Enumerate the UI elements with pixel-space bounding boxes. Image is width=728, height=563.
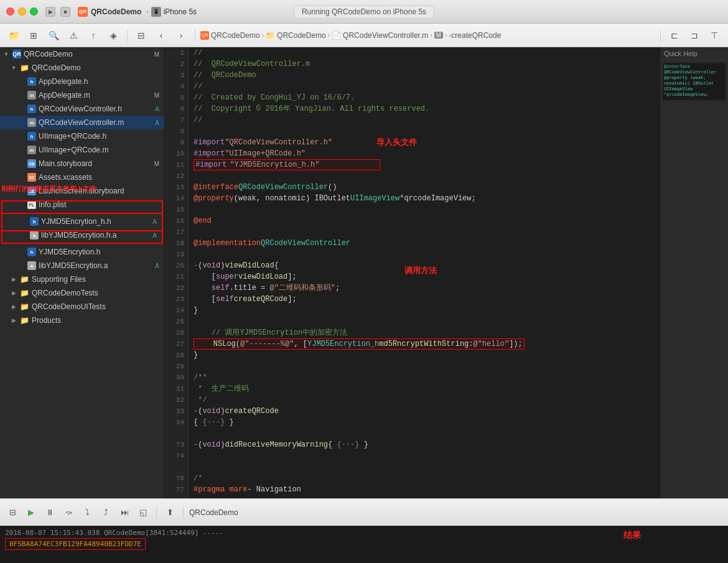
label-libjmd5-a: libYJMD5Encrytion.a (39, 261, 152, 270)
code-line-24: } (194, 305, 655, 316)
code-line-17 (194, 226, 655, 238)
ln-17: 17 (169, 226, 184, 238)
scm-button[interactable]: ↑ (85, 27, 102, 44)
sidebar-item-qrvc-m[interactable]: m QRCodeViewController.m A (0, 116, 164, 129)
sidebar-item-mainstoryboard[interactable]: SB Main.storyboard M (0, 157, 164, 170)
folder-button[interactable]: 📁 (5, 27, 22, 44)
sidebar-item-yjmd5-h[interactable]: h YJMD5Encrytion_h.h A (2, 215, 162, 228)
sidebar-item-uiimage-h[interactable]: h UIImage+QRCode.h (0, 129, 164, 143)
simulate-button[interactable]: ◱ (136, 505, 151, 520)
sidebar-item-tests[interactable]: ▶ 📁 QRCodeDemoTests (0, 286, 164, 300)
label-infoplist: Info.plist (39, 200, 162, 209)
sidebar-item-yjmd5-h2[interactable]: h YJMD5Encrytion.h (0, 245, 164, 259)
sidebar-item-uiimage-m[interactable]: m UIImage+QRCode.m (0, 143, 164, 157)
file-navigator: 刚刚打的的静态库文件和.h文件 ▼ QR QRCodeDemo M ▼ 📁 QR… (0, 47, 165, 498)
ln-23: 23 (169, 294, 184, 305)
share-button[interactable]: ⬆ (162, 505, 177, 520)
code-content-area[interactable]: 1 2 3 4 5 6 7 8 9 10 11 12 13 14 15 16 1 (165, 47, 660, 498)
search-button[interactable]: 🔍 (45, 27, 62, 44)
sidebar-item-appdelegate-m[interactable]: m AppDelegate.m M (0, 88, 164, 102)
bc-project-label: QRCodeDemo (211, 31, 260, 40)
step-out-button[interactable]: ⤴ (98, 505, 113, 520)
run-debug-button[interactable]: ▶ (24, 505, 39, 520)
disc-empty-14 (17, 262, 25, 269)
sidebar-item-infoplist[interactable]: PL Info.plist (0, 198, 164, 212)
app-icon: QR (78, 7, 88, 17)
pause-button[interactable]: ⏸ (42, 505, 57, 520)
sidebar-item-products[interactable]: ▶ 📁 Products (0, 314, 164, 327)
ln-11: 11 (169, 159, 184, 170)
layout-button[interactable]: ⊟ (133, 27, 150, 44)
device-selector[interactable]: › 📱 iPhone 5s (146, 7, 197, 17)
sidebar-item-root[interactable]: ▼ QR QRCodeDemo M (0, 47, 164, 61)
breakpoint-button[interactable]: ◈ (105, 27, 122, 44)
debug-area-button[interactable]: ⊟ (5, 505, 20, 520)
sidebar-item-supporting[interactable]: ▶ 📁 Supporting Files (0, 272, 164, 286)
sidebar-item-launch[interactable]: SB LaunchScreen.storyboard (0, 184, 164, 198)
disc-empty-3 (17, 105, 25, 113)
run-button[interactable]: ▶ (45, 7, 55, 17)
run-status: Running QRCodeDemo on iPhone 5s (294, 5, 434, 19)
grid-button[interactable]: ⊞ (25, 27, 42, 44)
ln-31: 31 (169, 383, 184, 394)
label-yjmd5-h: YJMD5Encrytion_h.h (41, 217, 150, 226)
code-editor[interactable]: 导入头文件 调用方法 1 2 3 4 5 6 7 8 9 10 11 (165, 47, 660, 498)
disclosure-root: ▼ (2, 50, 10, 58)
ln-14: 14 (169, 193, 184, 204)
step-over-button[interactable]: ⤼ (61, 505, 76, 520)
sidebar-item-qrvc-h[interactable]: h QRCodeViewController.h A (0, 102, 164, 116)
disc-tests: ▶ (10, 289, 17, 297)
bc-project[interactable]: QR QRCodeDemo (200, 31, 260, 40)
debug-output: 2016-08-07 15:15:43.038 QRCodeDemo[3841:… (0, 526, 728, 563)
badge-a-5: A (155, 263, 162, 269)
ln-33: 33 (169, 406, 184, 417)
storyboard-icon-2: SB (27, 187, 36, 195)
label-tests: QRCodeDemoTests (32, 289, 162, 297)
lib-files-redbox: h YJMD5Encrytion_h.h A a libYJMD5Encryti… (1, 213, 163, 244)
panel-right-button[interactable]: ⊐ (686, 27, 703, 44)
bc-folder[interactable]: 📁 QRCodeDemo (266, 31, 326, 40)
sidebar-item-libjmd5[interactable]: a libYJMD5Encrytion.h.a A (2, 228, 162, 242)
ln-29: 29 (169, 361, 184, 372)
panel-bottom-button[interactable]: ⊤ (706, 27, 723, 44)
step-into-button[interactable]: ⤵ (80, 505, 95, 520)
disc-empty-13 (17, 248, 25, 256)
badge-a-2: A (155, 119, 162, 126)
sidebar-item-libjmd5-a[interactable]: a libYJMD5Encrytion.a A (0, 259, 164, 272)
continue-button[interactable]: ⏭ (117, 505, 132, 520)
sidebar-item-uitests[interactable]: ▶ 📁 QRCodeDemoUITests (0, 300, 164, 314)
assets-icon: XC (27, 173, 36, 182)
disc-empty-4 (17, 119, 25, 126)
bc-arrow-4: › (445, 32, 447, 39)
bc-file[interactable]: 📄 QRCodeViewController.m (332, 31, 428, 40)
code-line-73: - (void)didReceiveMemoryWarning { {···} … (194, 439, 655, 450)
sidebar-item-appdelegate-h[interactable]: h AppDelegate.h (0, 75, 164, 88)
code-line-31: * 生产二维码 (194, 383, 655, 394)
folder-icon: 📁 (20, 63, 29, 72)
panel-left-button[interactable]: ⊏ (666, 27, 683, 44)
bb-sep-1 (156, 507, 157, 518)
sidebar-item-assets[interactable]: XC Assets.xcassets (0, 170, 164, 184)
back-button[interactable]: ‹ (152, 27, 170, 44)
ln-32: 32 (169, 394, 184, 406)
maximize-button[interactable] (30, 7, 38, 16)
ln-1: 1 (169, 47, 184, 58)
sidebar-badge-m: M (154, 51, 162, 58)
ln-27: 27 (169, 338, 184, 350)
disc-empty-11 (20, 218, 27, 225)
toolbar: 📁 ⊞ 🔍 ⚠ ↑ ◈ ⊟ ‹ › QR QRCodeDemo › 📁 QRCo… (0, 24, 728, 47)
label-uiimage-h: UIImage+QRCode.h (39, 132, 162, 141)
ln-6: 6 (169, 103, 184, 114)
label-assets: Assets.xcassets (39, 173, 162, 182)
close-button[interactable] (6, 7, 14, 16)
warning-button[interactable]: ⚠ (65, 27, 82, 44)
bc-method[interactable]: -createQRCode (449, 31, 501, 40)
forward-button[interactable]: › (172, 27, 190, 44)
quick-help-preview: @interface QRCodeViewController @propert… (663, 63, 726, 100)
stop-button[interactable]: ■ (60, 7, 70, 17)
bc-badge: M (434, 32, 443, 39)
sidebar-item-group[interactable]: ▼ 📁 QRCodeDemo (0, 61, 164, 75)
minimize-button[interactable] (18, 7, 26, 16)
disc-empty-9 (17, 187, 25, 195)
disc-empty-10 (17, 201, 25, 208)
